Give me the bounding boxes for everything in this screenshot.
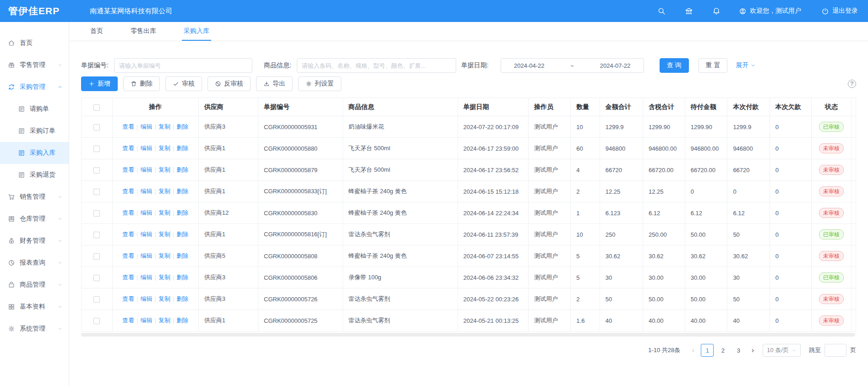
row-action-delete[interactable]: 删除 — [176, 295, 188, 302]
row-action-delete[interactable]: 删除 — [176, 252, 188, 259]
row-checkbox[interactable] — [93, 275, 100, 281]
next-page-icon[interactable]: › — [746, 344, 759, 357]
cell-supplier: 供应商3 — [198, 267, 258, 288]
sidebar-item-basic-data[interactable]: 基本资料 — [0, 296, 69, 318]
row-action-edit[interactable]: 编辑 — [141, 145, 153, 152]
column-settings-button[interactable]: 列设置 — [298, 76, 341, 91]
sidebar-item-home[interactable]: 首页 — [0, 32, 69, 54]
row-action-view[interactable]: 查看 — [122, 188, 134, 195]
delete-button[interactable]: 删除 — [123, 76, 160, 91]
tab-retail-outbound[interactable]: 零售出库 — [129, 22, 158, 41]
row-action-view[interactable]: 查看 — [122, 295, 134, 302]
search-button[interactable]: 查 询 — [660, 58, 689, 73]
tab-purchase-inbound[interactable]: 采购入库 — [182, 22, 211, 41]
row-action-copy[interactable]: 复制 — [158, 209, 170, 216]
row-action-delete[interactable]: 删除 — [176, 274, 188, 281]
row-action-edit[interactable]: 编辑 — [141, 295, 153, 302]
expand-toggle[interactable]: 展开 — [736, 61, 756, 70]
sidebar-item-purchase-mgmt[interactable]: 采购管理 — [0, 76, 69, 98]
logout-button[interactable]: 退出登录 — [821, 7, 858, 15]
sidebar-item-sales-mgmt[interactable]: 销售管理 — [0, 186, 69, 208]
add-button[interactable]: 新增 — [81, 76, 118, 91]
row-action-view[interactable]: 查看 — [122, 274, 134, 281]
row-checkbox[interactable] — [93, 167, 100, 174]
row-action-view[interactable]: 查看 — [122, 209, 134, 216]
sidebar-item-goods-mgmt[interactable]: 商品管理 — [0, 274, 69, 296]
row-action-view[interactable]: 查看 — [122, 231, 134, 238]
sidebar-item-system-mgmt[interactable]: 系统管理 — [0, 318, 69, 340]
prev-page-icon[interactable]: ‹ — [687, 344, 699, 357]
search-icon[interactable] — [657, 7, 666, 15]
cell-amount_total: 6.123 — [600, 202, 643, 224]
row-action-delete[interactable]: 删除 — [176, 145, 188, 152]
sidebar-item-warehouse-mgmt[interactable]: 仓库管理 — [0, 208, 69, 230]
row-action-delete[interactable]: 删除 — [176, 166, 188, 173]
select-all-checkbox[interactable] — [93, 104, 100, 111]
page-number-2[interactable]: 2 — [716, 344, 729, 357]
row-action-view[interactable]: 查看 — [122, 145, 134, 152]
date-start[interactable]: 2024-04-22 — [514, 62, 545, 69]
row-action-copy[interactable]: 复制 — [158, 166, 170, 173]
row-checkbox[interactable] — [93, 253, 100, 260]
sidebar-item-report-query[interactable]: 报表查询 — [0, 252, 69, 274]
row-action-edit[interactable]: 编辑 — [141, 166, 153, 173]
row-action-copy[interactable]: 复制 — [158, 188, 170, 195]
row-action-copy[interactable]: 复制 — [158, 145, 170, 152]
row-action-delete[interactable]: 删除 — [176, 209, 188, 216]
bell-icon[interactable] — [712, 7, 721, 15]
page-size-select[interactable]: 10 条/页 — [763, 344, 801, 357]
row-checkbox[interactable] — [93, 210, 100, 217]
row-checkbox[interactable] — [93, 318, 100, 324]
unaudit-button[interactable]: 反审核 — [207, 76, 251, 91]
finance-icon — [8, 237, 15, 245]
row-action-view[interactable]: 查看 — [122, 123, 134, 130]
reset-button[interactable]: 重 置 — [699, 58, 728, 73]
sidebar-item-purchase-request[interactable]: 请购单 — [0, 98, 69, 120]
jump-to-input[interactable] — [824, 344, 846, 357]
row-checkbox[interactable] — [93, 146, 100, 152]
bank-icon[interactable] — [685, 7, 693, 15]
sidebar-item-retail-mgmt[interactable]: 零售管理 — [0, 54, 69, 76]
row-action-edit[interactable]: 编辑 — [141, 209, 153, 216]
sidebar-item-purchase-inbound[interactable]: 采购入库 — [0, 142, 69, 164]
tab-home[interactable]: 首页 — [88, 22, 105, 41]
row-checkbox[interactable] — [93, 189, 100, 195]
date-end[interactable]: 2024-07-22 — [600, 62, 631, 69]
row-checkbox[interactable] — [93, 124, 100, 130]
audit-button[interactable]: 审核 — [165, 76, 202, 91]
row-action-edit[interactable]: 编辑 — [141, 188, 153, 195]
product-info-input[interactable] — [297, 58, 456, 73]
row-action-edit[interactable]: 编辑 — [141, 252, 153, 259]
page-number-1[interactable]: 1 — [701, 344, 714, 357]
row-action-view[interactable]: 查看 — [122, 252, 134, 259]
sidebar-item-purchase-return[interactable]: 采购退货 — [0, 164, 69, 186]
horizontal-scrollbar[interactable] — [81, 333, 855, 337]
date-range-picker[interactable]: 2024-04-22 ~ 2024-07-22 — [501, 58, 644, 73]
row-action-delete[interactable]: 删除 — [176, 123, 188, 130]
row-action-copy[interactable]: 复制 — [158, 274, 170, 281]
row-checkbox[interactable] — [93, 232, 100, 238]
help-icon[interactable]: ? — [848, 80, 856, 88]
export-button[interactable]: 导出 — [256, 76, 293, 91]
page-number-3[interactable]: 3 — [732, 344, 745, 357]
sidebar-item-finance-mgmt[interactable]: 财务管理 — [0, 230, 69, 252]
row-action-delete[interactable]: 删除 — [176, 188, 188, 195]
user-menu[interactable]: 欢迎您，测试用户 — [739, 7, 801, 15]
row-action-edit[interactable]: 编辑 — [141, 317, 153, 324]
row-action-copy[interactable]: 复制 — [158, 123, 170, 130]
row-action-view[interactable]: 查看 — [122, 317, 134, 324]
sidebar-item-purchase-order[interactable]: 采购订单 — [0, 120, 69, 142]
bill-no-input[interactable] — [114, 58, 252, 73]
row-action-edit[interactable]: 编辑 — [141, 123, 153, 130]
row-checkbox[interactable] — [93, 296, 100, 303]
row-action-copy[interactable]: 复制 — [158, 252, 170, 259]
row-action-edit[interactable]: 编辑 — [141, 231, 153, 238]
date-separator: ~ — [570, 62, 574, 69]
row-action-delete[interactable]: 删除 — [176, 231, 188, 238]
row-action-edit[interactable]: 编辑 — [141, 274, 153, 281]
row-action-copy[interactable]: 复制 — [158, 295, 170, 302]
row-action-delete[interactable]: 删除 — [176, 317, 188, 324]
row-action-copy[interactable]: 复制 — [158, 231, 170, 238]
row-action-view[interactable]: 查看 — [122, 166, 134, 173]
row-action-copy[interactable]: 复制 — [158, 317, 170, 324]
